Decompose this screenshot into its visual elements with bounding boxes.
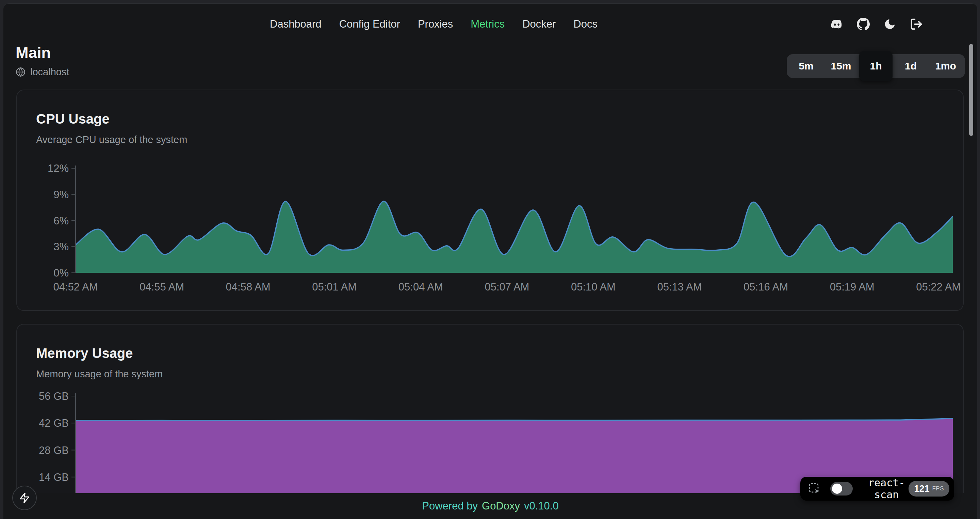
- svg-text:05:10 AM: 05:10 AM: [571, 281, 616, 293]
- github-icon[interactable]: [856, 17, 870, 31]
- cpu-card-subtitle: Average CPU usage of the system: [36, 134, 963, 145]
- top-navigation: Dashboard Config Editor Proxies Metrics …: [3, 13, 977, 35]
- time-range-1h[interactable]: 1h: [859, 51, 892, 81]
- header-icon-row: [830, 13, 924, 35]
- footer-version: v0.10.0: [524, 500, 559, 512]
- svg-text:6%: 6%: [53, 215, 69, 227]
- svg-text:04:55 AM: 04:55 AM: [140, 281, 184, 293]
- nav-item-docker[interactable]: Docker: [522, 18, 556, 30]
- host-row: localhost: [16, 66, 69, 78]
- time-range-selector: 5m 15m 1h 1d 1mo: [787, 54, 965, 78]
- time-range-15m[interactable]: 15m: [824, 56, 858, 76]
- svg-text:42 GB: 42 GB: [39, 417, 69, 429]
- logout-icon[interactable]: [909, 17, 924, 31]
- svg-text:05:04 AM: 05:04 AM: [398, 281, 443, 293]
- nav-item-metrics[interactable]: Metrics: [471, 18, 504, 30]
- footer-powered-by: Powered by: [422, 500, 478, 512]
- time-range-1mo[interactable]: 1mo: [929, 56, 962, 76]
- react-scan-toolbar: react-scan 121 FPS: [800, 477, 954, 501]
- svg-text:0%: 0%: [53, 267, 69, 279]
- globe-icon: [16, 67, 25, 77]
- nav-menu: Dashboard Config Editor Proxies Metrics …: [270, 13, 598, 35]
- cpu-card-title: CPU Usage: [36, 111, 963, 127]
- page-heading: Main localhost: [16, 44, 69, 78]
- cpu-usage-chart[interactable]: 0%3%6%9%12%04:52 AM04:55 AM04:58 AM05:01…: [3, 164, 977, 307]
- time-range-1d[interactable]: 1d: [894, 56, 928, 76]
- fps-badge: 121 FPS: [908, 481, 950, 497]
- svg-text:3%: 3%: [53, 241, 69, 253]
- inspect-element-icon[interactable]: [808, 482, 821, 495]
- page-title: Main: [16, 44, 69, 62]
- svg-text:14 GB: 14 GB: [39, 471, 69, 483]
- react-scan-toggle[interactable]: [830, 482, 853, 495]
- svg-text:56 GB: 56 GB: [39, 390, 69, 402]
- svg-text:9%: 9%: [53, 188, 69, 201]
- nav-item-docs[interactable]: Docs: [573, 18, 598, 30]
- svg-text:28 GB: 28 GB: [39, 444, 69, 456]
- nav-item-dashboard[interactable]: Dashboard: [270, 18, 321, 30]
- svg-text:04:52 AM: 04:52 AM: [53, 281, 98, 293]
- lightning-icon: [19, 492, 30, 504]
- svg-text:05:19 AM: 05:19 AM: [830, 281, 875, 293]
- fps-unit: FPS: [932, 485, 944, 492]
- app-window: Dashboard Config Editor Proxies Metrics …: [3, 3, 977, 519]
- host-name: localhost: [30, 66, 69, 78]
- svg-text:05:07 AM: 05:07 AM: [485, 281, 529, 293]
- svg-text:04:58 AM: 04:58 AM: [226, 281, 270, 293]
- memory-card-subtitle: Memory usage of the system: [36, 369, 963, 380]
- discord-icon[interactable]: [830, 17, 844, 31]
- react-scan-label: react-scan: [864, 477, 908, 501]
- svg-text:12%: 12%: [48, 164, 69, 174]
- time-range-5m[interactable]: 5m: [789, 56, 823, 76]
- footer-godoxy-link[interactable]: GoDoxy: [482, 500, 520, 512]
- nav-item-config-editor[interactable]: Config Editor: [339, 18, 400, 30]
- moon-theme-icon[interactable]: [883, 17, 897, 31]
- toggle-knob: [832, 484, 842, 494]
- nav-item-proxies[interactable]: Proxies: [418, 18, 453, 30]
- fps-value: 121: [914, 484, 929, 494]
- vertical-scrollbar-thumb[interactable]: [969, 44, 973, 136]
- memory-card-title: Memory Usage: [36, 346, 963, 361]
- svg-text:05:13 AM: 05:13 AM: [657, 281, 702, 293]
- svg-text:05:01 AM: 05:01 AM: [312, 281, 356, 293]
- devtools-lightning-button[interactable]: [12, 485, 37, 510]
- svg-text:05:16 AM: 05:16 AM: [743, 281, 788, 293]
- svg-text:05:22 AM: 05:22 AM: [916, 281, 961, 293]
